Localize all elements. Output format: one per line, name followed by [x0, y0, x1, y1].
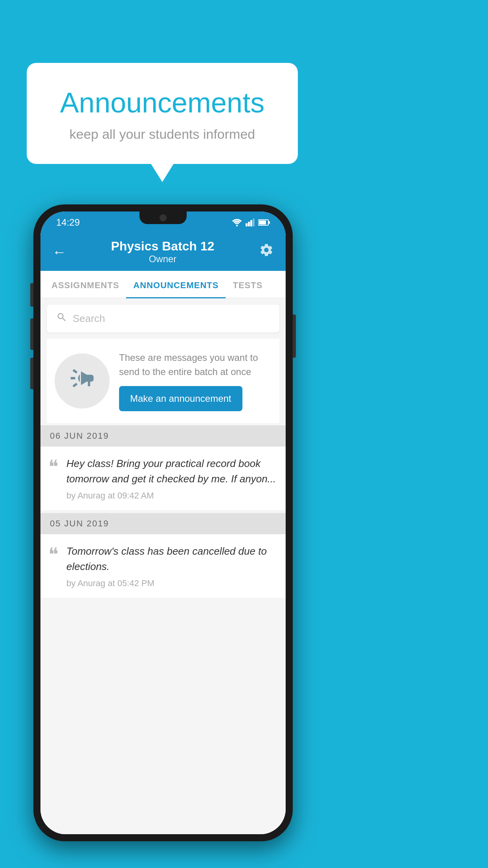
phone-screen: 14:29	[40, 211, 286, 834]
header-center: Physics Batch 12 Owner	[111, 239, 214, 265]
announcement-content-2: Tomorrow's class has been cancelled due …	[66, 544, 278, 588]
app-header: ← Physics Batch 12 Owner	[40, 232, 286, 271]
phone-frame: 14:29	[33, 204, 293, 841]
search-placeholder: Search	[73, 313, 105, 325]
svg-rect-4	[253, 219, 255, 226]
megaphone-icon	[68, 364, 96, 398]
speech-bubble: Announcements keep all your students inf…	[27, 63, 298, 164]
tab-assignments[interactable]: ASSIGNMENTS	[44, 271, 126, 298]
svg-rect-6	[259, 221, 266, 224]
phone-button-volume-down	[30, 358, 33, 389]
back-button[interactable]: ←	[52, 244, 66, 260]
battery-icon	[258, 219, 270, 226]
announcement-text-1: Hey class! Bring your practical record b…	[66, 456, 278, 487]
megaphone-circle	[55, 353, 110, 408]
speech-bubble-subtitle: keep all your students informed	[46, 127, 279, 142]
announcement-content-1: Hey class! Bring your practical record b…	[66, 456, 278, 501]
phone-container: 14:29	[33, 204, 293, 841]
quote-icon-2: ❝	[48, 545, 59, 564]
prompt-description: These are messages you want to send to t…	[119, 351, 272, 379]
announcement-meta-2: by Anurag at 05:42 PM	[66, 578, 278, 588]
svg-point-0	[236, 225, 238, 226]
phone-button-power	[293, 314, 296, 358]
svg-rect-7	[268, 221, 270, 224]
date-separator-2: 05 JUN 2019	[40, 513, 286, 534]
status-time: 14:29	[56, 217, 80, 228]
content-area: Search These are messages you want to se…	[40, 298, 286, 834]
prompt-content: These are messages you want to send to t…	[119, 351, 272, 411]
search-bar[interactable]: Search	[47, 305, 279, 333]
svg-rect-1	[246, 223, 248, 226]
announcement-prompt: These are messages you want to send to t…	[47, 339, 279, 423]
tabs-bar: ASSIGNMENTS ANNOUNCEMENTS TESTS	[40, 271, 286, 298]
search-icon	[56, 312, 67, 326]
phone-button-volume-up	[30, 318, 33, 350]
announcement-text-2: Tomorrow's class has been cancelled due …	[66, 544, 278, 574]
announcement-item-2[interactable]: ❝ Tomorrow's class has been cancelled du…	[40, 534, 286, 598]
phone-camera	[160, 214, 167, 221]
header-title: Physics Batch 12	[111, 239, 214, 254]
tab-tests[interactable]: TESTS	[226, 271, 270, 298]
announcement-meta-1: by Anurag at 09:42 AM	[66, 491, 278, 501]
make-announcement-button[interactable]: Make an announcement	[119, 386, 242, 411]
speech-bubble-container: Announcements keep all your students inf…	[27, 63, 298, 164]
speech-bubble-title: Announcements	[46, 86, 279, 119]
date-separator-1: 06 JUN 2019	[40, 425, 286, 447]
header-subtitle: Owner	[111, 254, 214, 265]
wifi-icon	[231, 219, 242, 226]
phone-button-left	[30, 283, 33, 307]
announcement-item-1[interactable]: ❝ Hey class! Bring your practical record…	[40, 447, 286, 511]
quote-icon-1: ❝	[48, 458, 59, 476]
tab-announcements[interactable]: ANNOUNCEMENTS	[126, 271, 226, 298]
signal-icon	[246, 219, 255, 226]
status-icons	[231, 219, 270, 226]
gear-icon[interactable]	[259, 243, 274, 261]
phone-notch	[139, 211, 187, 224]
svg-rect-2	[248, 222, 250, 226]
svg-rect-3	[250, 220, 252, 226]
